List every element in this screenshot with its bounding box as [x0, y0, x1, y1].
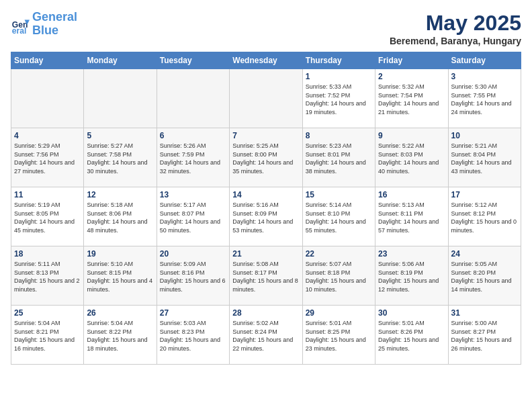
day-info: Sunrise: 5:25 AMSunset: 8:00 PMDaylight:… — [232, 142, 299, 175]
logo-icon: Gen eral — [11, 15, 30, 34]
day-number: 8 — [306, 131, 372, 140]
day-info: Sunrise: 5:11 AMSunset: 8:13 PMDaylight:… — [14, 260, 81, 293]
day-number: 24 — [451, 249, 518, 259]
day-info: Sunrise: 5:22 AMSunset: 8:03 PMDaylight:… — [378, 142, 445, 175]
day-info: Sunrise: 5:00 AMSunset: 8:27 PMDaylight:… — [451, 319, 518, 353]
day-cell: 14Sunrise: 5:16 AMSunset: 8:09 PMDayligh… — [230, 187, 302, 246]
day-number: 19 — [87, 249, 153, 259]
day-number: 14 — [232, 190, 299, 199]
header-sunday: Sunday — [11, 52, 84, 69]
day-number: 22 — [306, 249, 372, 259]
day-cell: 16Sunrise: 5:13 AMSunset: 8:11 PMDayligh… — [375, 187, 448, 246]
day-number: 5 — [87, 131, 153, 140]
day-info: Sunrise: 5:18 AMSunset: 8:06 PMDaylight:… — [87, 201, 153, 234]
day-cell: 3Sunrise: 5:30 AMSunset: 7:55 PMDaylight… — [448, 69, 521, 128]
week-row-5: 25Sunrise: 5:04 AMSunset: 8:21 PMDayligh… — [11, 306, 521, 365]
day-cell: 4Sunrise: 5:29 AMSunset: 7:56 PMDaylight… — [11, 128, 84, 187]
day-info: Sunrise: 5:14 AMSunset: 8:10 PMDaylight:… — [306, 201, 372, 234]
day-number: 6 — [160, 131, 226, 140]
day-cell: 30Sunrise: 5:01 AMSunset: 8:26 PMDayligh… — [375, 306, 448, 365]
day-number: 4 — [14, 131, 81, 140]
day-cell: 12Sunrise: 5:18 AMSunset: 8:06 PMDayligh… — [84, 187, 157, 246]
page-header: Gen eral General Blue May 2025 Beremend,… — [11, 11, 521, 46]
day-number: 29 — [306, 308, 372, 318]
header-tuesday: Tuesday — [157, 52, 229, 69]
day-cell: 27Sunrise: 5:03 AMSunset: 8:23 PMDayligh… — [157, 306, 229, 365]
day-cell: 6Sunrise: 5:26 AMSunset: 7:59 PMDaylight… — [157, 128, 229, 187]
week-row-4: 18Sunrise: 5:11 AMSunset: 8:13 PMDayligh… — [11, 246, 521, 306]
day-number: 13 — [160, 190, 226, 199]
day-cell: 21Sunrise: 5:08 AMSunset: 8:17 PMDayligh… — [230, 246, 302, 306]
header-saturday: Saturday — [448, 52, 521, 69]
day-number: 28 — [232, 308, 299, 318]
day-info: Sunrise: 5:01 AMSunset: 8:25 PMDaylight:… — [306, 319, 372, 353]
day-info: Sunrise: 5:19 AMSunset: 8:05 PMDaylight:… — [14, 201, 81, 234]
day-info: Sunrise: 5:29 AMSunset: 7:56 PMDaylight:… — [14, 142, 81, 175]
day-number: 18 — [14, 249, 81, 259]
day-info: Sunrise: 5:13 AMSunset: 8:11 PMDaylight:… — [378, 201, 445, 234]
day-number: 7 — [232, 131, 299, 140]
day-cell — [157, 69, 229, 128]
day-cell: 31Sunrise: 5:00 AMSunset: 8:27 PMDayligh… — [448, 306, 521, 365]
day-info: Sunrise: 5:09 AMSunset: 8:16 PMDaylight:… — [160, 260, 226, 293]
day-number: 26 — [87, 308, 153, 318]
day-cell: 10Sunrise: 5:21 AMSunset: 8:04 PMDayligh… — [448, 128, 521, 187]
day-number: 30 — [378, 308, 445, 318]
day-number: 9 — [378, 131, 445, 140]
week-row-2: 4Sunrise: 5:29 AMSunset: 7:56 PMDaylight… — [11, 128, 521, 187]
day-info: Sunrise: 5:02 AMSunset: 8:24 PMDaylight:… — [232, 319, 299, 353]
header-wednesday: Wednesday — [230, 52, 302, 69]
day-cell: 22Sunrise: 5:07 AMSunset: 8:18 PMDayligh… — [302, 246, 375, 306]
title-block: May 2025 Beremend, Baranya, Hungary — [390, 11, 521, 46]
svg-text:eral: eral — [12, 26, 27, 34]
logo-text-line1: General — [32, 11, 77, 24]
day-cell: 11Sunrise: 5:19 AMSunset: 8:05 PMDayligh… — [11, 187, 84, 246]
day-info: Sunrise: 5:30 AMSunset: 7:55 PMDaylight:… — [451, 83, 518, 116]
day-number: 12 — [87, 190, 153, 199]
calendar-header-row: SundayMondayTuesdayWednesdayThursdayFrid… — [11, 52, 521, 69]
day-cell: 19Sunrise: 5:10 AMSunset: 8:15 PMDayligh… — [84, 246, 157, 306]
day-cell — [84, 69, 157, 128]
day-number: 10 — [451, 131, 518, 140]
day-number: 16 — [378, 190, 445, 199]
day-number: 31 — [451, 308, 518, 318]
day-info: Sunrise: 5:26 AMSunset: 7:59 PMDaylight:… — [160, 142, 226, 175]
day-info: Sunrise: 5:07 AMSunset: 8:18 PMDaylight:… — [306, 260, 372, 293]
day-cell — [11, 69, 84, 128]
week-row-3: 11Sunrise: 5:19 AMSunset: 8:05 PMDayligh… — [11, 187, 521, 246]
day-number: 27 — [160, 308, 226, 318]
day-info: Sunrise: 5:10 AMSunset: 8:15 PMDaylight:… — [87, 260, 153, 293]
day-cell: 23Sunrise: 5:06 AMSunset: 8:19 PMDayligh… — [375, 246, 448, 306]
day-cell: 29Sunrise: 5:01 AMSunset: 8:25 PMDayligh… — [302, 306, 375, 365]
day-cell: 1Sunrise: 5:33 AMSunset: 7:52 PMDaylight… — [302, 69, 375, 128]
day-cell: 15Sunrise: 5:14 AMSunset: 8:10 PMDayligh… — [302, 187, 375, 246]
day-info: Sunrise: 5:21 AMSunset: 8:04 PMDaylight:… — [451, 142, 518, 175]
day-number: 25 — [14, 308, 81, 318]
calendar-table: SundayMondayTuesdayWednesdayThursdayFrid… — [11, 52, 521, 365]
day-number: 23 — [378, 249, 445, 259]
day-cell: 25Sunrise: 5:04 AMSunset: 8:21 PMDayligh… — [11, 306, 84, 365]
day-number: 21 — [232, 249, 299, 259]
day-info: Sunrise: 5:03 AMSunset: 8:23 PMDaylight:… — [160, 319, 226, 353]
header-friday: Friday — [375, 52, 448, 69]
day-info: Sunrise: 5:01 AMSunset: 8:26 PMDaylight:… — [378, 319, 445, 353]
day-number: 15 — [306, 190, 372, 199]
day-cell: 13Sunrise: 5:17 AMSunset: 8:07 PMDayligh… — [157, 187, 229, 246]
day-number: 11 — [14, 190, 81, 199]
location-title: Beremend, Baranya, Hungary — [390, 36, 521, 46]
day-info: Sunrise: 5:16 AMSunset: 8:09 PMDaylight:… — [232, 201, 299, 234]
day-info: Sunrise: 5:17 AMSunset: 8:07 PMDaylight:… — [160, 201, 226, 234]
day-cell — [230, 69, 302, 128]
day-info: Sunrise: 5:32 AMSunset: 7:54 PMDaylight:… — [378, 83, 445, 116]
day-cell: 20Sunrise: 5:09 AMSunset: 8:16 PMDayligh… — [157, 246, 229, 306]
day-number: 20 — [160, 249, 226, 259]
logo: Gen eral General Blue — [11, 11, 77, 38]
day-cell: 24Sunrise: 5:05 AMSunset: 8:20 PMDayligh… — [448, 246, 521, 306]
day-cell: 9Sunrise: 5:22 AMSunset: 8:03 PMDaylight… — [375, 128, 448, 187]
day-number: 17 — [451, 190, 518, 199]
day-info: Sunrise: 5:04 AMSunset: 8:21 PMDaylight:… — [14, 319, 81, 353]
day-number: 1 — [306, 72, 372, 81]
day-info: Sunrise: 5:12 AMSunset: 8:12 PMDaylight:… — [451, 201, 518, 234]
header-monday: Monday — [84, 52, 157, 69]
day-info: Sunrise: 5:33 AMSunset: 7:52 PMDaylight:… — [306, 83, 372, 116]
